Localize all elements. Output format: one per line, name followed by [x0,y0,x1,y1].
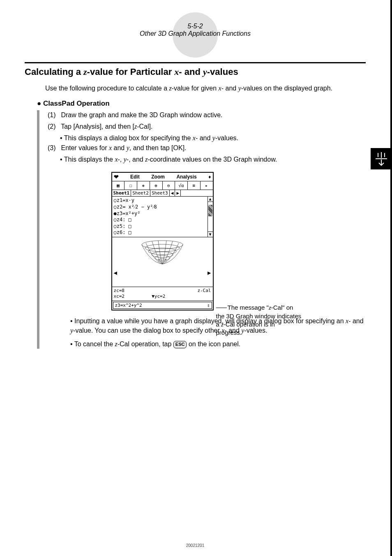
tab-sheet1[interactable]: Sheet1 [112,190,131,196]
heading-var-x: x [174,67,179,77]
toolbar-btn-6[interactable]: √α [175,181,188,190]
toolbar-btn-1[interactable]: ▦ [112,181,125,190]
step-var: x [109,144,112,151]
step-text: , and then tap [OK]. [129,144,187,151]
menu-analysis[interactable]: Analysis [176,174,196,180]
device-screenshot-area: ❤ Edit Zoom Analysis ♦ ▦ ☐ ⎈ ⊕ ⊖ √α ≡ ▸ [48,172,366,310]
formula-text: z3=x^2+y^2 [115,303,142,308]
toolbar-btn-4[interactable]: ⊕ [150,181,163,190]
operation-heading: ● ClassPad Operation [37,100,366,108]
note-text: -value. You can use the dialog box to sp… [73,327,221,334]
intro-var: x [219,85,221,92]
heading-text: - and [179,67,203,77]
equation-z4[interactable]: ○z4: □ [114,217,211,223]
toolbar-btn-2[interactable]: ☐ [125,181,137,190]
status-area: zc=8 xc=2 ▼yc=2 z-Cal [112,287,213,301]
equation-z6[interactable]: ○z6: □ [114,229,211,236]
step-number: (2) [48,122,59,132]
bullet-icon: ● [37,100,41,107]
graph-3d-area: ◀ ▶ [112,237,213,287]
toolbar-btn-8[interactable]: ▸ [201,181,213,190]
step-text: -Cal]. [137,123,152,130]
toolbar-btn-5[interactable]: ⊖ [163,181,175,190]
sub-text: -, [118,156,123,163]
sub-text: This displays the [64,156,115,163]
intro-text: -value for given [172,85,219,92]
step-number: (3) [48,143,59,153]
side-ornament-icon [371,148,392,169]
step-text: Draw the graph and make the 3D Graph win… [61,111,222,118]
device-screen: ❤ Edit Zoom Analysis ♦ ▦ ☐ ⎈ ⊕ ⊖ √α ≡ ▸ [111,172,214,310]
sub-text: - and [196,134,212,141]
step-1: (1) Draw the graph and make the 3D Graph… [48,110,366,120]
note-text: -Cal operation, tap [118,341,173,348]
tab-sheet2[interactable]: Sheet2 [131,190,150,196]
device-toolbar: ▦ ☐ ⎈ ⊕ ⊖ √α ≡ ▸ [112,181,213,190]
footer-date: 20021201 [0,543,390,548]
step-text: Tap [Analysis], and then [ [61,123,134,130]
step-text: Enter values for [61,144,109,151]
equation-scrollbar[interactable]: ▲ ▼ [208,197,213,237]
formula-bar: z3=x^2+y^2 ⇕ [113,302,212,309]
sub-text: -coordinate values on the 3D Graph windo… [148,156,277,163]
page: 5-5-2 Other 3D Graph Application Functio… [0,0,392,556]
sub-var: x [193,134,196,141]
heading-text: -value for Particular [87,67,175,77]
graph-nav-right-icon[interactable]: ▶ [208,269,211,276]
resize-handle-icon[interactable]: ⇕ [207,303,210,308]
step-var: y [127,144,129,151]
step-3-sub: This displays the x-, y-, and z-coordina… [60,155,366,164]
sub-text: -values. [215,134,238,141]
intro-text: Use the following procedure to calculate… [45,85,169,92]
note-text: To cancel the [74,341,115,348]
svg-point-7 [148,248,176,255]
post-note-2: To cancel the z-Cal operation, tap ESC o… [70,339,366,349]
intro-text: -values on the displayed graph. [241,85,332,92]
zcal-label: z-Cal [197,288,211,294]
menu-zoom[interactable]: Zoom [151,174,165,180]
status-yc: ▼yc=2 [152,294,165,299]
equation-z3[interactable]: ●z3=x²+y² [114,211,211,217]
toolbar-btn-7[interactable]: ≡ [188,181,201,190]
page-number: 5-5-2 [25,16,366,30]
sub-var: y [212,134,215,141]
esc-button-icon[interactable]: ESC [173,341,187,348]
scroll-thumb[interactable] [208,205,212,216]
note-text: Inputting a value while you have a graph… [74,317,346,324]
steps-container: (1) Draw the graph and make the 3D Graph… [37,110,366,349]
annotation-callout: The message "z-Cal" on the 3D Graph wind… [216,303,302,337]
sub-text: This displays a dialog box for specifyin… [64,134,193,141]
tab-next-icon[interactable]: ▶ [175,190,181,196]
tab-sheet3[interactable]: Sheet3 [150,190,170,196]
heading-text: Calculating a [25,67,83,77]
graph-nav-left-icon[interactable]: ◀ [114,269,117,276]
menu-edit[interactable]: Edit [130,174,140,180]
sub-var: y [124,156,127,163]
section-rule [25,62,366,63]
app-menu-icon[interactable]: ❤ [114,174,119,180]
toolbar-btn-3[interactable]: ⎈ [137,181,150,190]
step-2-sub: This displays a dialog box for specifyin… [60,133,366,143]
menu-more-icon[interactable]: ♦ [208,174,211,180]
equation-z1[interactable]: ○z1=x·y [114,197,211,204]
intro-text: - and [221,85,238,92]
scroll-up-icon[interactable]: ▲ [208,197,213,202]
equation-z2[interactable]: ○z2= x²⁄2 − y²⁄8 [114,204,211,211]
heading-var-y: y [203,67,207,77]
annotation-text: The message " [228,304,269,311]
sheet-tabs: Sheet1 Sheet2 Sheet3 ◀ ▶ [112,190,213,197]
paraboloid-graph-icon [134,237,191,274]
scroll-down-icon[interactable]: ▼ [208,232,213,237]
step-number: (1) [48,110,59,120]
page-header: 5-5-2 Other 3D Graph Application Functio… [25,16,366,37]
tab-prev-icon[interactable]: ◀ [170,190,175,196]
operation-heading-text: ClassPad Operation [41,100,109,107]
equation-z5[interactable]: ○z5: □ [114,223,211,230]
annotation-leader-line [216,308,227,308]
heading-var-z: z [83,67,87,77]
device-menu-bar: ❤ Edit Zoom Analysis ♦ [112,173,213,181]
section-heading: Calculating a z-value for Particular x- … [25,67,366,77]
note-text: on the icon panel. [187,341,240,348]
annotation-text: -Cal operation is in progress. [216,321,275,336]
note-text: - and [348,317,363,324]
